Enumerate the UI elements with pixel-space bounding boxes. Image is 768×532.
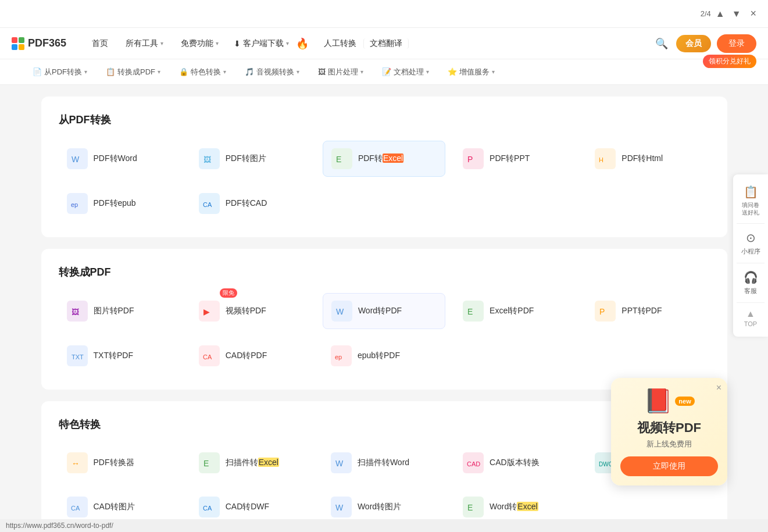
- sub-nav-to-pdf[interactable]: 📋 转换成PDF ▾: [97, 63, 170, 81]
- svg-text:CAD: CAD: [467, 460, 480, 467]
- tool-pdf-to-html[interactable]: H PDF转Html: [587, 141, 709, 177]
- nav-ai-convert[interactable]: 文档翻译: [363, 38, 409, 49]
- chevron-down-icon: ▾: [492, 69, 495, 75]
- tool-epub-to-pdf[interactable]: ep epub转PDF: [323, 338, 445, 373]
- search-prev-btn[interactable]: ▲: [713, 7, 727, 21]
- sub-nav-vip-service[interactable]: ⭐ 增值服务 ▾: [438, 63, 504, 81]
- from-pdf-title: 从PDF转换: [59, 113, 710, 127]
- pdf-to-html-icon: H: [595, 148, 616, 169]
- from-pdf-section: 从PDF转换 W PDF转Word 🖼 PDF转图片 E PDF转Excel: [41, 97, 727, 237]
- sidebar-service[interactable]: 🎧 客服: [733, 265, 768, 301]
- svg-text:🖼: 🖼: [72, 308, 79, 316]
- svg-text:CA: CA: [71, 505, 80, 512]
- from-pdf-tools-grid: W PDF转Word 🖼 PDF转图片 E PDF转Excel P: [59, 141, 710, 221]
- chevron-down-icon: ▾: [286, 40, 289, 47]
- pdf-to-word-icon: W: [67, 148, 88, 169]
- nav-fire: 🔥: [296, 34, 317, 53]
- svg-text:ep: ep: [335, 354, 342, 360]
- tool-pdf-converter[interactable]: ↔ PDF转换器: [59, 445, 181, 480]
- cad-to-pdf-icon: CA: [199, 345, 220, 366]
- tool-pdf-to-excel-label: PDF转Excel: [358, 153, 403, 164]
- floating-popup: × 📕 new 视频转PDF 新上线免费用 立即使用: [611, 378, 727, 485]
- download-icon: ⬇: [234, 39, 241, 48]
- svg-text:CA: CA: [203, 354, 212, 360]
- logo-cell-1: [12, 37, 17, 43]
- sub-nav-from-pdf[interactable]: 📄 从PDF转换 ▾: [23, 63, 97, 81]
- tool-pdf-converter-label: PDF转换器: [94, 458, 134, 468]
- status-url: https://www.pdf365.cn/word-to-pdf/: [6, 522, 113, 530]
- tool-pdf-to-epub[interactable]: ep PDF转epub: [59, 186, 181, 221]
- pdf-to-epub-icon: ep: [67, 193, 88, 214]
- tool-cad-to-image-label: CAD转图片: [94, 502, 135, 512]
- popup-use-btn[interactable]: 立即使用: [620, 456, 718, 476]
- search-icon-btn[interactable]: 🔍: [653, 35, 670, 52]
- tool-cad-to-dwf-label: CAD转DWF: [226, 502, 269, 512]
- right-sidebar: 📋 填问卷送好礼 ⊙ 小程序 🎧 客服 ▲ TOP: [733, 174, 768, 337]
- doc-icon: 📝: [382, 67, 391, 76]
- tool-ppt-to-pdf[interactable]: P PPT转PDF: [587, 293, 709, 329]
- svg-text:CA: CA: [203, 201, 212, 208]
- sidebar-top-btn[interactable]: ▲ TOP: [741, 304, 760, 332]
- nav-items: 首页 所有工具 ▾ 免费功能 ▾ ⬇客户端下载 ▾ 🔥 人工转换 文档翻译: [84, 34, 653, 53]
- search-next-btn[interactable]: ▼: [730, 7, 744, 21]
- sub-nav-av[interactable]: 🎵 音视频转换 ▾: [235, 63, 309, 81]
- search-input[interactable]: 转excel: [9, 9, 696, 19]
- tool-image-to-pdf-label: 图片转PDF: [94, 306, 134, 316]
- sidebar-top-label: TOP: [744, 320, 757, 327]
- sidebar-divider-2: [737, 263, 765, 263]
- tool-video-to-pdf-label: 视频转PDF: [226, 306, 266, 316]
- tool-cad-version[interactable]: CAD CAD版本转换: [455, 445, 577, 480]
- word-to-pdf-icon: W: [331, 301, 352, 322]
- tool-pdf-to-word[interactable]: W PDF转Word: [59, 141, 181, 177]
- tool-ppt-to-pdf-label: PPT转PDF: [621, 306, 662, 316]
- chevron-down-icon: ▾: [216, 40, 219, 47]
- ppt-to-pdf-icon: P: [595, 301, 616, 322]
- sidebar-service-label: 客服: [744, 287, 757, 295]
- svg-text:P: P: [599, 307, 605, 316]
- sidebar-miniapp[interactable]: ⊙ 小程序: [733, 225, 768, 262]
- chevron-down-icon: ▾: [223, 69, 226, 75]
- popup-close-btn[interactable]: ×: [716, 383, 721, 393]
- tool-pdf-to-image-label: PDF转图片: [226, 153, 266, 164]
- txt-to-pdf-icon: TXT: [67, 345, 88, 366]
- tool-pdf-to-ppt[interactable]: P PDF转PPT: [455, 141, 577, 177]
- sidebar-survey[interactable]: 📋 填问卷送好礼: [733, 179, 768, 222]
- nav-manual-convert[interactable]: 人工转换: [318, 38, 362, 49]
- tool-scan-to-excel[interactable]: E 扫描件转Excel: [191, 445, 313, 480]
- logo-cell-3: [12, 44, 17, 50]
- fire-icon: 🔥: [296, 37, 309, 50]
- login-button[interactable]: 登录: [717, 34, 756, 53]
- tool-image-to-pdf[interactable]: 🖼 图片转PDF: [59, 293, 181, 329]
- pdf-converter-icon: ↔: [67, 452, 88, 473]
- vip-button[interactable]: 会员: [676, 35, 711, 52]
- logo[interactable]: PDF365: [12, 37, 66, 50]
- tool-video-to-pdf[interactable]: ▶ 视频转PDF: [191, 294, 274, 329]
- tool-pdf-to-image[interactable]: 🖼 PDF转图片: [191, 141, 313, 177]
- nav-right: 🔍 会员 登录 领积分兑好礼: [653, 34, 756, 53]
- gift-badge[interactable]: 领积分兑好礼: [703, 55, 756, 68]
- tool-epub-to-pdf-label: epub转PDF: [358, 351, 400, 361]
- vip-icon: ⭐: [448, 67, 457, 76]
- sub-nav: 📄 从PDF转换 ▾ 📋 转换成PDF ▾ 🔒 特色转换 ▾ 🎵 音视频转换 ▾…: [0, 59, 768, 85]
- search-nav: 2/4 ▲ ▼: [701, 7, 744, 21]
- pdf-to-excel-icon: E: [331, 148, 352, 169]
- nav-all-tools[interactable]: 所有工具 ▾: [117, 35, 172, 52]
- sub-nav-doc[interactable]: 📝 文档处理 ▾: [373, 63, 438, 81]
- tool-cad-to-pdf[interactable]: CA CAD转PDF: [191, 338, 313, 373]
- tool-txt-to-pdf-label: TXT转PDF: [94, 351, 133, 361]
- tool-scan-to-word[interactable]: W 扫描件转Word: [323, 445, 445, 480]
- search-close-btn[interactable]: ×: [748, 5, 759, 22]
- image-icon: 🖼: [318, 67, 326, 76]
- sub-nav-image[interactable]: 🖼 图片处理 ▾: [309, 63, 373, 81]
- tool-txt-to-pdf[interactable]: TXT TXT转PDF: [59, 338, 181, 373]
- tool-pdf-to-cad-label: PDF转CAD: [226, 198, 267, 209]
- tool-pdf-to-excel[interactable]: E PDF转Excel: [323, 141, 445, 177]
- nav-home[interactable]: 首页: [84, 35, 116, 52]
- nav-free-features[interactable]: 免费功能 ▾: [173, 35, 227, 52]
- tool-pdf-to-cad[interactable]: CA PDF转CAD: [191, 186, 313, 221]
- tool-excel-to-pdf[interactable]: E Excel转PDF: [455, 293, 577, 329]
- sub-nav-special[interactable]: 🔒 特色转换 ▾: [170, 63, 235, 81]
- tool-word-to-pdf[interactable]: W Word转PDF: [323, 293, 445, 329]
- chevron-down-icon: ▾: [360, 69, 363, 75]
- nav-client-download[interactable]: ⬇客户端下载 ▾: [228, 38, 295, 49]
